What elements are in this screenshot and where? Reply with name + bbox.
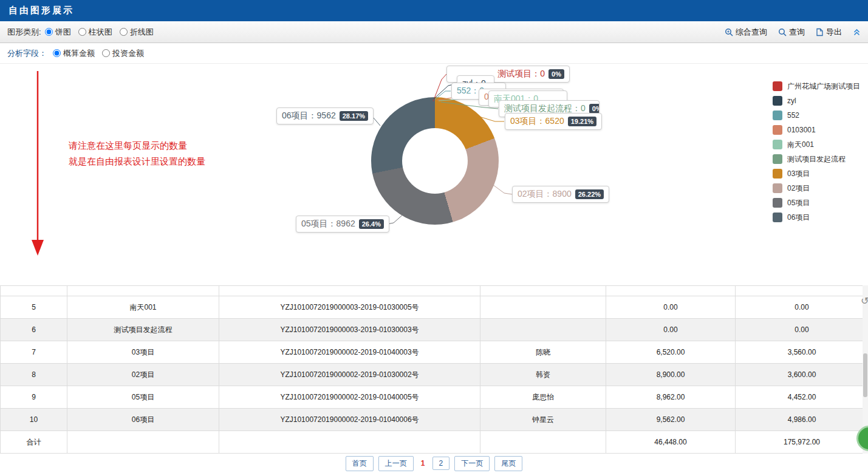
cell-person: 韩资 (480, 364, 606, 386)
cell-estimate: 9,562.00 (606, 409, 736, 431)
pie-label-text: 02项目：8900 (518, 189, 572, 200)
legend-label: 03项目 (787, 169, 810, 179)
chart-type-bar-radio[interactable] (78, 28, 86, 36)
cell-investment: 0.00 (736, 319, 868, 341)
legend-label: 02项目 (787, 183, 810, 194)
cell-docno: YZJ1010072019000003-2019-01030005号 (219, 296, 480, 319)
table-row[interactable]: 5 南天001 YZJ1010072019000003-2019-0103000… (1, 296, 868, 319)
cell-rownum: 7 (1, 341, 67, 364)
pagination-first-button[interactable]: 首页 (346, 456, 374, 471)
cell-rownum: 8 (1, 364, 67, 386)
pie-label-percent-badge: 26.4% (359, 219, 384, 229)
search-icon (778, 28, 787, 36)
legend-label: 南天001 (787, 140, 814, 150)
scrollbar-thumb[interactable] (863, 353, 867, 397)
pie-label-percent-badge: 26.22% (575, 189, 604, 199)
analysis-field-estimate-option[interactable]: 概算金额 (53, 48, 95, 59)
pagination: 首页 上一页 1 2 下一页 尾页 (0, 454, 868, 473)
legend-item-flow[interactable]: 测试项目发起流程 (773, 152, 860, 166)
cell-docno (219, 431, 480, 454)
legend-swatch (773, 154, 782, 164)
donut-hole (402, 128, 468, 194)
analysis-field-bar: 分析字段： 概算金额 投资金额 (0, 43, 868, 64)
cell-investment: 3,600.00 (736, 364, 868, 386)
pie-label-06[interactable]: 06项目：9562 28.17% (276, 107, 374, 124)
legend-label: 552 (787, 111, 799, 120)
composite-query-label: 综合查询 (736, 27, 767, 38)
cell-rownum: 5 (1, 296, 67, 319)
cell-total-label: 合计 (1, 431, 67, 454)
analysis-field-estimate-radio[interactable] (53, 49, 61, 57)
legend-item-zyl[interactable]: zyl (773, 94, 860, 108)
legend-label: 06项目 (787, 213, 810, 223)
composite-query-button[interactable]: 综合查询 (725, 27, 767, 38)
cell-total-investment: 175,972.00 (736, 431, 868, 454)
pie-label-percent-badge: 28.17% (340, 111, 368, 121)
cell-rownum: 6 (1, 319, 67, 341)
legend-item-0103001[interactable]: 0103001 (773, 123, 860, 137)
pie-label-text: 06项目：9562 (282, 111, 336, 121)
window-title-bar: 自由图形展示 (0, 0, 868, 21)
legend-item-05[interactable]: 05项目 (773, 196, 860, 210)
pagination-prev-button[interactable]: 上一页 (378, 456, 414, 471)
cell-docno: YZJ1010072019000002-2019-01030002号 (219, 364, 480, 386)
chart-area: 请注意在这里每页显示的数量 就是在自由报表设计里设置的数量 测试项目：0 0% … (0, 64, 868, 285)
radio-label: 折线图 (130, 27, 154, 38)
chart-type-pie-option[interactable]: 饼图 (45, 27, 71, 38)
pagination-last-button[interactable]: 尾页 (494, 456, 522, 471)
cell-project: 02项目 (67, 364, 219, 386)
cell-estimate: 6,520.00 (606, 341, 736, 364)
legend-label: 05项目 (787, 198, 810, 208)
legend-swatch (773, 183, 782, 193)
legend-swatch (773, 111, 782, 120)
pie-label-02[interactable]: 02项目：8900 26.22% (512, 186, 609, 203)
cell-estimate: 8,962.00 (606, 386, 736, 409)
cell-estimate: 0.00 (606, 319, 736, 341)
pie-label-03[interactable]: 03项目：6520 19.21% (505, 113, 602, 130)
legend-item-02[interactable]: 02项目 (773, 181, 860, 196)
chart-type-line-radio[interactable] (120, 28, 128, 36)
cell-project (67, 431, 219, 454)
cell-docno: YZJ1010072019000003-2019-01030003号 (219, 319, 480, 341)
legend-item-nantian[interactable]: 南天001 (773, 137, 860, 152)
cell-project: 06项目 (67, 409, 219, 431)
legend-label: zyl (787, 97, 796, 105)
table-row[interactable]: 7 03项目 YZJ1010072019000002-2019-01040003… (1, 341, 868, 364)
chart-type-line-option[interactable]: 折线图 (120, 27, 154, 38)
data-table: 5 南天001 YZJ1010072019000003-2019-0103000… (0, 285, 868, 454)
pie-label-text: 03项目：6520 (510, 116, 564, 127)
legend-item-03[interactable]: 03项目 (773, 166, 860, 181)
analysis-field-investment-option[interactable]: 投资金额 (102, 48, 144, 59)
pagination-page-1-current[interactable]: 1 (419, 457, 428, 469)
chart-legend: 广州花城广场测试项目 zyl 552 0103001 南天001 测试项目发起流… (773, 79, 860, 225)
legend-label: 广州花城广场测试项目 (787, 81, 860, 92)
cell-rownum: 9 (1, 386, 67, 409)
table-row[interactable]: 6 测试项目发起流程 YZJ1010072019000003-2019-0103… (1, 319, 868, 341)
analysis-field-investment-radio[interactable] (102, 49, 110, 57)
legend-swatch (773, 96, 782, 106)
legend-item-06[interactable]: 06项目 (773, 210, 860, 225)
annotation-line-1: 请注意在这里每页显示的数量 (69, 138, 205, 154)
search-plus-icon (725, 28, 733, 36)
red-arrow-annotation (29, 67, 47, 262)
chart-type-pie-radio[interactable] (45, 28, 53, 36)
radio-label: 概算金额 (63, 48, 95, 59)
pagination-page-2-button[interactable]: 2 (432, 457, 450, 470)
cell-rownum: 10 (1, 409, 67, 431)
legend-item-guangzhou[interactable]: 广州花城广场测试项目 (773, 79, 860, 94)
pie-label-05[interactable]: 05项目：8962 26.4% (296, 216, 389, 233)
pagination-next-button[interactable]: 下一页 (454, 456, 490, 471)
legend-swatch (773, 81, 782, 91)
curved-arrow-icon[interactable]: ↺ (861, 295, 868, 307)
table-row[interactable]: 10 06项目 YZJ1010072019000002-2019-0104000… (1, 409, 868, 431)
export-icon (816, 28, 824, 36)
collapse-toolbar-button[interactable] (853, 28, 861, 36)
donut-chart[interactable] (371, 97, 499, 225)
chart-type-bar-option[interactable]: 柱状图 (78, 27, 112, 38)
legend-item-552[interactable]: 552 (773, 108, 860, 123)
table-row[interactable]: 9 05项目 YZJ1010072019000002-2019-01040005… (1, 386, 868, 409)
toolbar: 图形类别: 饼图 柱状图 折线图 综合查询 查询 (0, 21, 868, 43)
export-button[interactable]: 导出 (816, 27, 842, 38)
table-row[interactable]: 8 02项目 YZJ1010072019000002-2019-01030002… (1, 364, 868, 386)
query-button[interactable]: 查询 (778, 27, 805, 38)
